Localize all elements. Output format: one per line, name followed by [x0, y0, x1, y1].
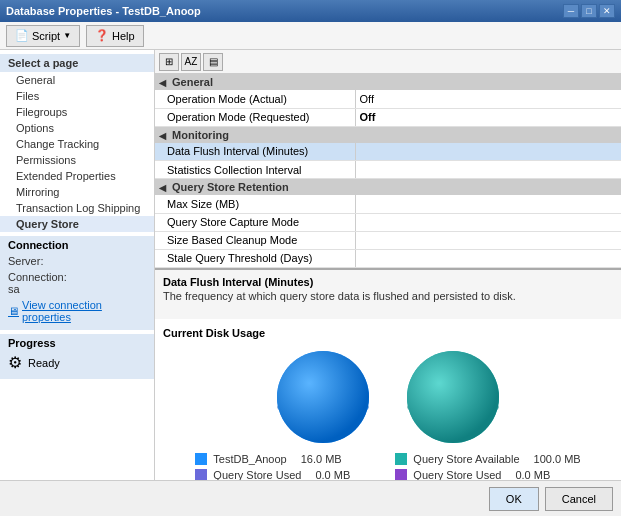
sidebar-item-query-store[interactable]: Query Store	[0, 216, 154, 232]
properties-table: ◀ General Operation Mode (Actual) Off Op…	[155, 74, 621, 268]
prop-value-operation-mode-requested: Off	[355, 108, 621, 126]
legend-2: Query Store Available 100.0 MB Query Sto…	[395, 453, 580, 481]
legend-1: TestDB_Anoop 16.0 MB Query Store Used 0.…	[195, 453, 375, 481]
legend-color-qsused1	[195, 469, 207, 481]
legend-color-qsavail	[395, 453, 407, 465]
sidebar-item-mirroring[interactable]: Mirroring	[0, 184, 154, 200]
content-area: ⊞ AZ ▤ ◀ General Operation Mode (Actual)…	[155, 50, 621, 480]
chart-1	[273, 347, 373, 449]
sidebar-item-options[interactable]: Options	[0, 120, 154, 136]
sidebar-item-permissions[interactable]: Permissions	[0, 152, 154, 168]
sidebar-item-extended-properties[interactable]: Extended Properties	[0, 168, 154, 184]
charts-row	[163, 347, 613, 449]
monitoring-section-arrow: ◀	[159, 131, 166, 141]
minimize-button[interactable]: ─	[563, 4, 579, 18]
prop-name-operation-mode-requested: Operation Mode (Requested)	[155, 108, 355, 126]
properties-table-container: ◀ General Operation Mode (Actual) Off Op…	[155, 74, 621, 269]
prop-value-size-based-cleanup	[355, 231, 621, 249]
retention-section-header: ◀ Query Store Retention	[155, 179, 621, 196]
title-bar: Database Properties - TestDB_Anoop ─ □ ✕	[0, 0, 621, 22]
legend-label-qsused1: Query Store Used	[213, 469, 301, 481]
table-row: Operation Mode (Requested) Off	[155, 108, 621, 126]
connection-icon: 🖥	[8, 305, 19, 317]
connection-panel: Connection Server: Connection: sa 🖥 View…	[0, 236, 154, 330]
prop-value-max-size	[355, 195, 621, 213]
prop-extra-button[interactable]: ▤	[203, 53, 223, 71]
main-container: Select a page General Files Filegroups O…	[0, 50, 621, 480]
legend-label-qsavail: Query Store Available	[413, 453, 519, 465]
sort-category-button[interactable]: ⊞	[159, 53, 179, 71]
pie-chart-2	[403, 347, 503, 447]
window-controls: ─ □ ✕	[563, 4, 615, 18]
legend-item: TestDB_Anoop 16.0 MB	[195, 453, 375, 465]
prop-name-max-size: Max Size (MB)	[155, 195, 355, 213]
help-button[interactable]: ❓ Help	[86, 25, 144, 47]
legend-value-qsused2: 0.0 MB	[515, 469, 550, 481]
sidebar-item-transaction-log-shipping[interactable]: Transaction Log Shipping	[0, 200, 154, 216]
table-row: Query Store Capture Mode	[155, 213, 621, 231]
sidebar-item-filegroups[interactable]: Filegroups	[0, 104, 154, 120]
sidebar: Select a page General Files Filegroups O…	[0, 50, 155, 480]
script-dropdown-arrow: ▼	[63, 31, 71, 40]
main-toolbar: 📄 Script ▼ ❓ Help	[0, 22, 621, 50]
connection-link-text: View connection properties	[22, 299, 146, 323]
general-section-header: ◀ General	[155, 74, 621, 90]
retention-section-arrow: ◀	[159, 183, 166, 193]
disk-usage-area: Current Disk Usage	[155, 319, 621, 481]
disk-usage-title: Current Disk Usage	[163, 327, 613, 339]
connection-server: Server: Connection: sa 🖥 View connection…	[8, 251, 146, 327]
property-toolbar: ⊞ AZ ▤	[155, 50, 621, 74]
connection-label: Connection: sa	[8, 271, 146, 295]
monitoring-section-header: ◀ Monitoring	[155, 126, 621, 143]
monitoring-section-title: Monitoring	[172, 129, 229, 141]
prop-name-size-based-cleanup: Size Based Cleanup Mode	[155, 231, 355, 249]
general-section-title: General	[172, 76, 213, 88]
maximize-button[interactable]: □	[581, 4, 597, 18]
script-label: Script	[32, 30, 60, 42]
table-row: Operation Mode (Actual) Off	[155, 90, 621, 108]
sidebar-item-files[interactable]: Files	[0, 88, 154, 104]
prop-value-stats-collection	[355, 161, 621, 179]
server-label: Server:	[8, 255, 146, 267]
legend-value-qsavail: 100.0 MB	[534, 453, 581, 465]
legend-color-qsused2	[395, 469, 407, 481]
close-button[interactable]: ✕	[599, 4, 615, 18]
ok-button[interactable]: OK	[489, 487, 539, 511]
prop-value-stale-query-threshold	[355, 249, 621, 267]
legend-color-testdb	[195, 453, 207, 465]
prop-name-operation-mode-actual: Operation Mode (Actual)	[155, 90, 355, 108]
sidebar-section-title: Select a page	[0, 54, 154, 72]
window-title: Database Properties - TestDB_Anoop	[6, 5, 201, 17]
legend-value-qsused1: 0.0 MB	[315, 469, 350, 481]
cancel-button[interactable]: Cancel	[545, 487, 613, 511]
legends-container: TestDB_Anoop 16.0 MB Query Store Used 0.…	[163, 453, 613, 481]
sidebar-item-change-tracking[interactable]: Change Tracking	[0, 136, 154, 152]
table-row: Size Based Cleanup Mode	[155, 231, 621, 249]
table-row: Statistics Collection Interval	[155, 161, 621, 179]
progress-icon: ⚙	[8, 353, 22, 372]
prop-value-data-flush-interval	[355, 143, 621, 161]
connection-label-text: Connection:	[8, 271, 67, 283]
sidebar-item-general[interactable]: General	[0, 72, 154, 88]
view-connection-properties-link[interactable]: 🖥 View connection properties	[8, 299, 146, 323]
svg-point-2	[277, 351, 369, 443]
script-button[interactable]: 📄 Script ▼	[6, 25, 80, 47]
legend-item: Query Store Used 0.0 MB	[195, 469, 375, 481]
legend-item: Query Store Used 0.0 MB	[395, 469, 580, 481]
prop-name-capture-mode: Query Store Capture Mode	[155, 213, 355, 231]
connection-title: Connection	[8, 239, 146, 251]
legend-label-qsused2: Query Store Used	[413, 469, 501, 481]
legend-value-testdb: 16.0 MB	[301, 453, 342, 465]
sort-alpha-button[interactable]: AZ	[181, 53, 201, 71]
progress-panel: Progress ⚙ Ready	[0, 334, 154, 379]
script-icon: 📄	[15, 29, 29, 42]
table-row[interactable]: Data Flush Interval (Minutes)	[155, 143, 621, 161]
connection-value: sa	[8, 283, 20, 295]
table-row: Stale Query Threshold (Days)	[155, 249, 621, 267]
prop-value-operation-mode-actual: Off	[355, 90, 621, 108]
general-section-arrow: ◀	[159, 78, 166, 88]
progress-status: ⚙ Ready	[8, 349, 146, 376]
legend-label-testdb: TestDB_Anoop	[213, 453, 286, 465]
pie-chart-1	[273, 347, 373, 447]
description-box: Data Flush Interval (Minutes) The freque…	[155, 269, 621, 319]
